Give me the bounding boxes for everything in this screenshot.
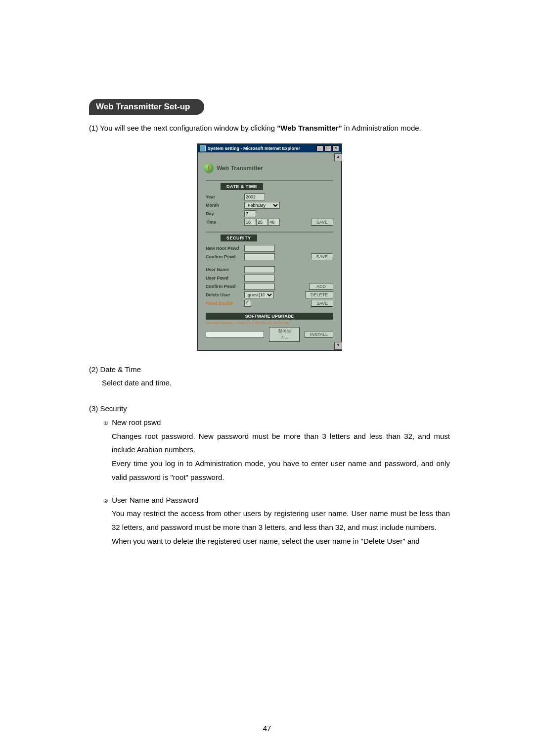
item-3-1-heading: ① New root pswd [102,416,450,429]
window-titlebar: System setting - Microsoft Internet Expl… [198,144,341,152]
year-label: Year [206,194,244,199]
window-close-button[interactable]: × [332,145,339,151]
circled-two-icon: ② [102,497,110,505]
page-heading: Web Transmitter [217,165,263,172]
delete-user-select[interactable]: guest(10) [244,291,274,298]
upgrade-file-input[interactable] [206,331,264,338]
intro-suffix: in Administration mode. [342,124,421,132]
pswd-enable-label: Pswd Enable [206,301,244,306]
user-pswd-label: User Pswd [206,276,244,281]
time-sec-input[interactable] [268,219,280,226]
confirm-pswd-label-2: Confirm Pswd [206,284,244,289]
software-upgrade-header: SOFTWARE UPGRADE [206,313,333,320]
security-header: SECURITY [221,235,257,241]
pswd-enable-checkbox[interactable] [244,300,251,307]
date-time-panel: DATE & TIME Year Month February Day T [206,180,333,226]
browse-button[interactable]: 찾아보기... [269,327,300,342]
item-3-2-body-1: You may restrict the access from other u… [112,507,450,534]
install-button[interactable]: INSTALL [305,331,333,338]
item-3-1-body-1: Changes root password. New password must… [112,429,450,457]
confirm-root-pswd-input[interactable] [244,253,275,260]
section-title-pill: Web Transmitter Set-up [89,99,204,115]
month-select[interactable]: February [244,202,280,209]
delete-user-button[interactable]: DELETE [305,291,333,298]
security-panel: SECURITY New Root Pswd Confirm Pswd SAVE… [206,232,333,307]
page-number: 47 [0,724,534,732]
user-name-label: User Name [206,267,244,272]
item-3-heading: (3) Security [89,402,450,416]
item-3-1-title: New root pswd [112,418,161,426]
delete-user-label: Delete User [206,292,244,297]
pswd-enable-save-button[interactable]: SAVE [311,300,333,307]
year-input[interactable] [244,193,265,200]
day-input[interactable] [244,210,256,217]
user-pswd-input[interactable] [244,275,275,282]
item-3-2-body-2: When you want to delete the registered u… [112,534,450,548]
add-user-button[interactable]: ADD [309,283,333,290]
month-label: Month [206,203,244,208]
intro-strong: "Web Transmitter" [277,124,342,132]
scroll-down-button[interactable]: ▼ [334,342,342,350]
confirm-user-pswd-input[interactable] [244,283,275,290]
item-2-body: Select date and time. [102,376,450,390]
datetime-save-button[interactable]: SAVE [311,219,333,226]
new-root-pswd-label: New Root Pswd [206,246,244,251]
user-name-input[interactable] [244,266,275,273]
window-titlebar-text: System setting - Microsoft Internet Expl… [208,146,300,151]
intro-paragraph: (1) You will see the next configuration … [89,122,450,135]
date-time-header: DATE & TIME [221,183,263,190]
ie-icon [200,145,206,151]
time-min-input[interactable] [256,219,268,226]
item-3-1-body-2: Every time you log in to Administration … [112,457,450,484]
help-icon: ! [204,163,214,173]
window-minimize-button[interactable]: _ [316,145,323,151]
window-maximize-button[interactable]: □ [324,145,331,151]
screenshot-window: System setting - Microsoft Internet Expl… [197,143,342,351]
day-label: Day [206,211,244,216]
scroll-up-button[interactable]: ▲ [334,153,342,161]
time-hour-input[interactable] [244,219,256,226]
item-3-2-heading: ② User Name and Password [102,493,450,507]
item-3-2-title: User Name and Password [112,496,198,504]
intro-prefix: (1) You will see the next configuration … [89,124,277,132]
confirm-pswd-label-1: Confirm Pswd [206,254,244,259]
item-2-heading: (2) Date & Time [89,363,450,377]
current-version-text: Current Version : mns110.1.00 (01.10.15.… [206,321,333,325]
time-label: Time [206,220,244,225]
circled-one-icon: ① [102,419,110,427]
new-root-pswd-input[interactable] [244,245,275,252]
root-pswd-save-button[interactable]: SAVE [311,253,333,260]
